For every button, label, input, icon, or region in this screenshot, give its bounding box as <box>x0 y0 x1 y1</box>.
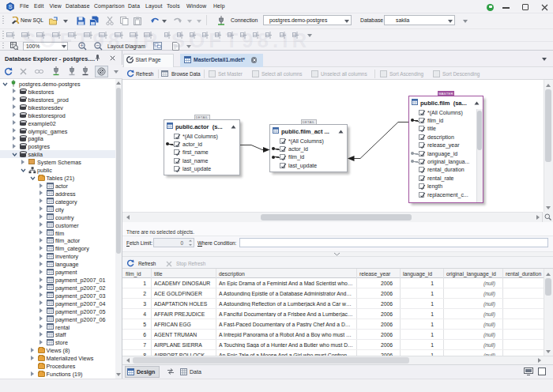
svg-text:S: S <box>8 4 12 9</box>
